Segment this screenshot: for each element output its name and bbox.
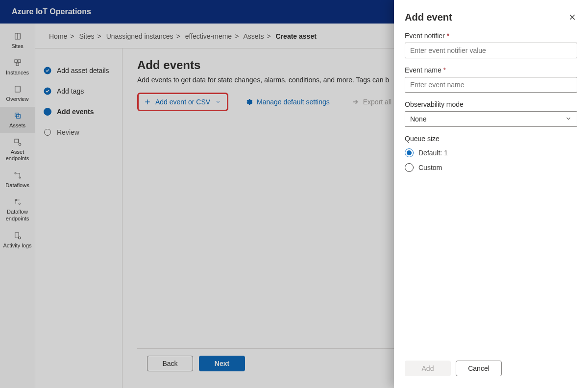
add-button: Add	[405, 361, 451, 376]
radio-icon	[405, 148, 414, 157]
radio-icon	[405, 163, 414, 172]
radio-label: Custom	[418, 164, 442, 171]
cancel-button[interactable]: Cancel	[456, 361, 502, 376]
event-notifier-label: Event notifier *	[405, 32, 577, 40]
observability-label: Observability mode	[405, 100, 577, 108]
observability-select[interactable]: None	[405, 111, 577, 127]
event-name-input[interactable]	[405, 77, 577, 93]
panel-title: Add event	[405, 12, 452, 23]
add-event-panel: Add event Event notifier * Event name * …	[394, 0, 588, 388]
event-name-label: Event name *	[405, 66, 577, 74]
event-notifier-input[interactable]	[405, 43, 577, 58]
queue-default-radio[interactable]: Default: 1	[405, 146, 577, 160]
radio-label: Default: 1	[418, 149, 448, 157]
select-value: None	[410, 115, 426, 123]
queue-custom-radio[interactable]: Custom	[405, 160, 577, 175]
close-icon[interactable]	[568, 13, 577, 22]
chevron-down-icon	[565, 115, 572, 123]
queue-size-label: Queue size	[405, 135, 577, 143]
